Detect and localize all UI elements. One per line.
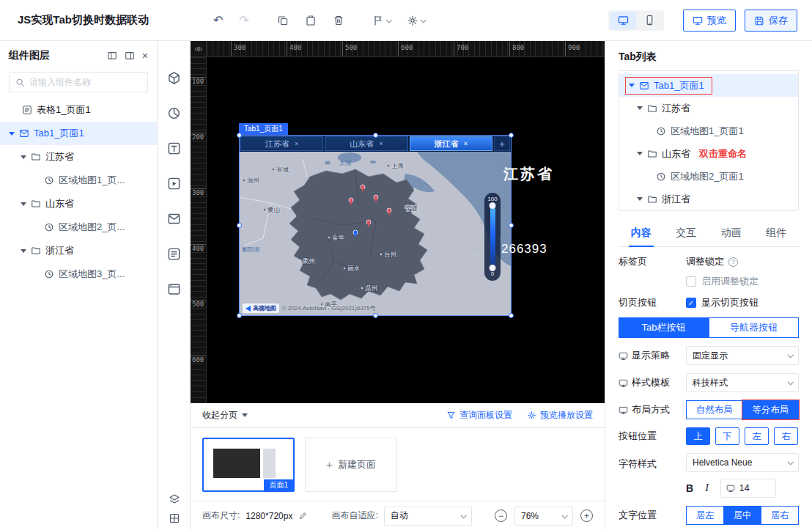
new-page-button[interactable]: + 新建页面 [305,438,397,492]
interact-tool-button[interactable] [158,201,191,236]
tab-component[interactable]: 组件 [754,220,800,246]
enable-adjust-lock-checkbox[interactable] [686,276,696,287]
tree-item-map1[interactable]: 区域地图1_页... [0,169,157,192]
grid-icon[interactable] [169,512,180,524]
tree-item-table1[interactable]: 表格1_页面1 [0,98,157,122]
tree-item-shandong[interactable]: 山东省 [0,192,157,216]
canvas-fit-select[interactable]: 自动 [384,507,472,526]
italic-button[interactable]: I [705,482,709,494]
device-desktop-button[interactable] [610,12,636,29]
canvas-tab-zhejiang[interactable]: 浙江省 × [410,136,492,151]
help-icon[interactable]: ? [728,257,738,267]
position-bottom-button[interactable]: 下 [715,427,739,445]
layers-icon[interactable] [169,493,180,505]
form-tool-button[interactable] [158,236,191,271]
eye-icon[interactable] [194,45,203,54]
position-top-button[interactable]: 上 [686,427,710,445]
tab-content[interactable]: 内容 [619,220,664,246]
paste-button[interactable] [305,15,317,26]
font-size-input[interactable]: 14 [720,479,776,498]
layout-natural-button[interactable]: 自然布局 [686,400,743,419]
tab-tree-item-map1[interactable]: 区域地图1_页面1 [619,119,798,142]
caret-down-icon[interactable] [637,197,643,201]
caret-down-icon[interactable] [637,106,643,110]
zoom-in-button[interactable]: + [580,509,593,522]
copy-button[interactable] [277,15,289,26]
show-switch-button-checkbox[interactable]: ✓ [686,298,696,308]
dock-right-icon[interactable] [125,51,135,61]
caret-down-icon[interactable] [21,202,26,206]
tree-item-tab1[interactable]: Tab1_页面1 [0,122,157,145]
save-button[interactable]: 保存 [745,10,797,32]
dock-left-icon[interactable] [107,51,117,61]
text-tool-button[interactable] [158,130,191,166]
resize-handle[interactable] [237,313,242,318]
edit-canvas-size-button[interactable] [298,511,308,520]
zoom-select[interactable]: 76% [514,507,573,526]
align-right-button[interactable]: 居右 [761,506,799,525]
tree-item-map2[interactable]: 区域地图2_页... [0,216,157,239]
caret-down-icon[interactable] [629,84,635,87]
text-component-province[interactable]: 江苏省 [503,164,554,184]
position-right-button[interactable]: 右 [774,427,798,445]
resize-handle[interactable] [373,313,378,318]
legend-knob-top[interactable] [490,202,496,209]
tab-tree-item-zhejiang[interactable]: 浙江省 [619,188,798,210]
resize-handle[interactable] [509,313,514,318]
bold-button[interactable]: B [686,482,693,494]
display-strategy-select[interactable]: 固定显示 [686,346,799,365]
caret-down-icon[interactable] [637,152,643,155]
font-family-select[interactable]: Helvetica Neue [686,453,799,472]
style-template-select[interactable]: 科技样式 [686,373,799,392]
resize-handle[interactable] [237,133,242,138]
close-panel-button[interactable]: × [142,51,148,61]
tab-tree-item-map2[interactable]: 区域地图2_页面1 [619,165,798,188]
legend-slider[interactable] [490,204,495,270]
close-icon[interactable]: × [295,140,298,147]
query-panel-settings-button[interactable]: 查询面板设置 [446,409,512,422]
canvas-tab-jiangsu[interactable]: 江苏省 × [240,136,323,151]
settings-dropdown-button[interactable] [407,15,425,26]
resize-handle[interactable] [237,223,242,228]
redo-button[interactable]: ↷ [239,13,248,27]
caret-down-icon[interactable] [21,249,26,253]
zoom-out-button[interactable]: − [495,509,507,522]
design-canvas[interactable]: Tab1_页面1 江苏省 × 山东省 × 浙江省 [207,57,605,403]
page-thumbnail-1[interactable]: 页面1 [202,438,295,492]
tree-item-jiangsu[interactable]: 江苏省 [0,145,157,169]
undo-button[interactable]: ↶ [213,13,223,27]
align-center-button[interactable]: 居中 [723,506,761,525]
container-tool-button[interactable] [158,271,191,306]
chart-tool-button[interactable] [158,95,191,130]
resize-handle[interactable] [509,133,514,138]
search-input[interactable] [29,77,141,87]
tab-animation[interactable]: 动画 [709,220,754,246]
resize-handle[interactable] [509,223,514,228]
preview-play-settings-button[interactable]: 预览播放设置 [527,409,593,422]
preview-button[interactable]: 预览 [683,10,736,32]
add-tab-button[interactable]: + [494,136,510,151]
align-left-button[interactable]: 居左 [686,506,724,525]
shape-tool-button[interactable] [158,60,191,95]
resize-handle[interactable] [373,133,378,138]
tab-bar-button-option[interactable]: Tab栏按钮 [619,317,709,338]
tab-tree-item-shandong[interactable]: 山东省 双击重命名 [619,142,798,165]
device-mobile-button[interactable] [636,12,662,29]
close-icon[interactable]: × [464,140,468,147]
tab-component-selected[interactable]: Tab1_页面1 江苏省 × 山东省 × 浙江省 [240,136,511,315]
caret-down-icon[interactable] [9,132,15,136]
collapse-pages-button[interactable]: 收起分页 [202,409,248,422]
layout-equal-button[interactable]: 等分布局 [742,400,800,419]
tab-interaction[interactable]: 交互 [664,220,709,246]
flag-dropdown-button[interactable] [372,15,391,26]
tree-item-map3[interactable]: 区域地图3_页... [0,262,157,286]
text-component-value[interactable]: 266393 [501,242,547,257]
navigator-button-option[interactable]: 导航器按钮 [709,317,799,338]
tab-tree-item-tab1[interactable]: Tab1_页面1 [619,74,798,97]
canvas-tab-shandong[interactable]: 山东省 × [325,136,407,151]
tab-tree-item-jiangsu[interactable]: 江苏省 [619,97,798,119]
media-tool-button[interactable] [158,166,191,201]
legend-knob-bottom[interactable] [490,265,496,271]
tree-item-zhejiang[interactable]: 浙江省 [0,239,157,262]
position-left-button[interactable]: 左 [745,427,769,445]
